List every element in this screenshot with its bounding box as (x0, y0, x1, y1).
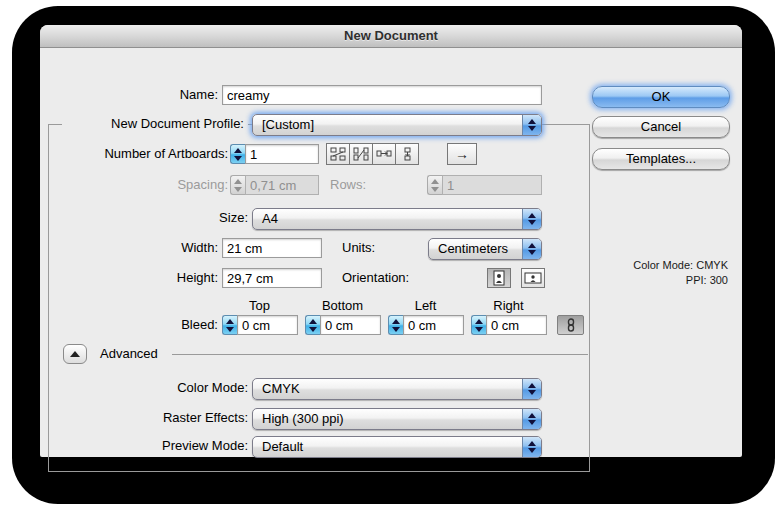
bleed-right-stepper[interactable] (471, 315, 486, 335)
arrange-by-column-icon (399, 147, 415, 161)
raster-effects-label: Raster Effects: (140, 408, 248, 428)
preview-mode-popup[interactable]: Default (252, 436, 542, 458)
color-mode-label: Color Mode: (140, 378, 248, 398)
raster-effects-popup[interactable]: High (300 ppi) (252, 408, 542, 430)
artboards-label: Number of Artboards: (70, 144, 228, 164)
bleed-top-header: Top (222, 298, 297, 313)
grid-by-row-button[interactable] (326, 143, 350, 165)
artboards-stepper[interactable] (230, 144, 245, 164)
dialog-content: Name: New Document Profile: [Custom] Num… (40, 48, 742, 457)
ok-button[interactable]: OK (592, 86, 730, 108)
bleed-label: Bleed: (150, 315, 218, 335)
units-popup[interactable]: Centimeters (428, 238, 542, 260)
popup-arrows-icon (522, 409, 541, 429)
profile-popup[interactable]: [Custom] (252, 114, 542, 136)
bleed-left-stepper[interactable] (388, 315, 403, 335)
right-arrow-icon: → (455, 146, 469, 162)
spacing-label: Spacing: (140, 175, 228, 195)
bleed-right-input[interactable] (486, 315, 547, 335)
chain-link-icon (566, 318, 576, 332)
popup-arrows-icon (522, 239, 541, 259)
popup-arrows-icon (522, 437, 541, 457)
color-mode-popup-value: CMYK (262, 379, 300, 399)
disclosure-triangle-icon (70, 351, 80, 357)
size-popup-value: A4 (262, 209, 278, 229)
artboards-input[interactable] (245, 144, 319, 164)
name-label: Name: (100, 85, 218, 105)
window-titlebar[interactable]: New Document (40, 25, 742, 48)
grid-by-row-icon (330, 147, 346, 161)
popup-arrows-icon (522, 115, 541, 135)
profile-label: New Document Profile: (62, 114, 248, 134)
new-document-dialog: New Document Name: New Document Profile:… (40, 25, 742, 457)
bleed-bottom-stepper[interactable] (305, 315, 320, 335)
rows-label: Rows: (330, 175, 378, 195)
height-input[interactable] (222, 268, 322, 288)
preview-mode-label: Preview Mode: (140, 436, 248, 456)
info-ppi: PPI: 300 (598, 273, 728, 288)
arrange-by-row-icon (376, 147, 392, 161)
advanced-disclosure-button[interactable] (63, 344, 87, 364)
templates-button[interactable]: Templates... (592, 148, 730, 170)
orientation-label: Orientation: (342, 268, 432, 288)
popup-arrows-icon (522, 379, 541, 399)
cancel-button[interactable]: Cancel (592, 116, 730, 138)
units-popup-value: Centimeters (438, 239, 508, 259)
bleed-top-stepper[interactable] (222, 315, 237, 335)
preview-mode-popup-value: Default (262, 437, 303, 457)
profile-popup-value: [Custom] (262, 115, 314, 135)
bleed-right-header: Right (471, 298, 546, 313)
advanced-label: Advanced (100, 344, 180, 364)
window-title: New Document (344, 28, 438, 43)
arrange-by-column-button[interactable] (395, 143, 419, 165)
bleed-link-values-button[interactable] (557, 315, 584, 335)
bleed-bottom-input[interactable] (320, 315, 381, 335)
info-color-mode: Color Mode: CMYK (598, 258, 728, 273)
bleed-left-input[interactable] (403, 315, 464, 335)
advanced-separator (172, 354, 588, 355)
rows-stepper (427, 175, 442, 195)
layout-direction-button[interactable]: → (447, 143, 477, 165)
desktop-background: New Document Name: New Document Profile:… (0, 0, 782, 513)
grid-by-column-button[interactable] (349, 143, 373, 165)
landscape-icon (524, 271, 542, 285)
size-popup[interactable]: A4 (252, 208, 542, 230)
popup-arrows-icon (522, 209, 541, 229)
size-label: Size: (150, 208, 248, 228)
color-mode-popup[interactable]: CMYK (252, 378, 542, 400)
width-input[interactable] (222, 238, 322, 258)
arrange-by-row-button[interactable] (372, 143, 396, 165)
rows-input (442, 175, 542, 195)
orientation-portrait-button[interactable] (487, 268, 511, 288)
spacing-input (245, 175, 319, 195)
height-label: Height: (150, 268, 218, 288)
raster-effects-popup-value: High (300 ppi) (262, 409, 344, 429)
orientation-landscape-button[interactable] (521, 268, 545, 288)
bleed-top-input[interactable] (237, 315, 298, 335)
bleed-left-header: Left (388, 298, 463, 313)
portrait-icon (492, 270, 506, 286)
name-input[interactable] (222, 85, 542, 105)
spacing-stepper (230, 175, 245, 195)
width-label: Width: (150, 238, 218, 258)
bleed-bottom-header: Bottom (305, 298, 380, 313)
grid-by-column-icon (353, 147, 369, 161)
units-label: Units: (342, 238, 390, 258)
